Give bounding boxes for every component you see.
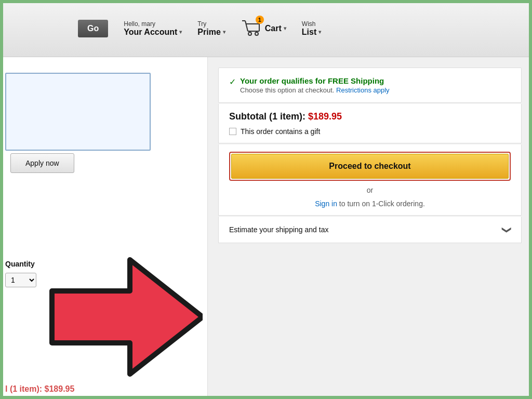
subtotal-label: Subtotal (1 item): xyxy=(229,111,305,122)
gift-label: This order contains a gift xyxy=(241,127,320,136)
svg-point-6 xyxy=(255,32,258,35)
free-shipping-section: ✓ Your order qualifies for FREE Shipping… xyxy=(218,68,522,103)
gift-row: This order contains a gift xyxy=(229,127,511,136)
sign-in-suffix: to turn on 1-Click ordering. xyxy=(339,200,425,208)
header-nav: Hello, mary Your Account ▾ Try Prime ▾ xyxy=(124,18,321,39)
your-account-label: Your Account ▾ xyxy=(124,28,182,37)
cart-arrow: ▾ xyxy=(284,25,286,31)
subtotal-section: Subtotal (1 item): $189.95 This order co… xyxy=(218,104,522,143)
greeting-text: Hello, mary xyxy=(124,20,155,28)
restrictions-link[interactable]: Restrictions apply xyxy=(336,86,390,94)
cart-text: Cart ▾ xyxy=(265,24,286,33)
left-panel: Apply now Quantity 1 2 3 l (1 item): $18… xyxy=(0,57,208,399)
checkout-btn-wrap: Proceed to checkout xyxy=(229,152,511,181)
header: Go Hello, mary Your Account ▾ Try Prime … xyxy=(0,0,532,57)
wish-label: Wish xyxy=(302,20,316,28)
main-content: Apply now Quantity 1 2 3 l (1 item): $18… xyxy=(0,57,532,399)
sign-in-row: Sign in to turn on 1-Click ordering. xyxy=(229,200,511,208)
shipping-estimate-label: Estimate your shipping and tax xyxy=(229,225,328,234)
quantity-label: Quantity xyxy=(5,260,35,268)
try-prime-nav[interactable]: Try Prime ▾ xyxy=(197,20,225,37)
checkout-section: Proceed to checkout or Sign in to turn o… xyxy=(218,144,522,216)
shipping-estimate-section[interactable]: Estimate your shipping and tax ❯ xyxy=(218,217,522,243)
chevron-down-icon: ❯ xyxy=(501,226,513,234)
prime-arrow: ▾ xyxy=(223,29,225,35)
try-label: Try xyxy=(197,20,206,28)
bottom-partial-text: l (1 item): $189.95 xyxy=(5,384,74,394)
checkout-button[interactable]: Proceed to checkout xyxy=(231,154,509,179)
wish-list-nav[interactable]: Wish List ▾ xyxy=(302,20,321,37)
quantity-select[interactable]: 1 2 3 xyxy=(5,273,36,287)
free-shipping-headline: Your order qualifies for FREE Shipping xyxy=(240,76,390,85)
blue-box xyxy=(5,73,151,151)
search-box: Go xyxy=(10,20,108,37)
list-label: List ▾ xyxy=(302,28,321,37)
svg-marker-7 xyxy=(52,260,203,374)
free-shipping-notice: ✓ Your order qualifies for FREE Shipping… xyxy=(229,76,511,94)
svg-point-5 xyxy=(248,32,251,35)
prime-label: Prime ▾ xyxy=(197,28,225,37)
free-shipping-text: Your order qualifies for FREE Shipping C… xyxy=(240,76,390,94)
svg-line-1 xyxy=(245,21,248,31)
big-arrow-icon xyxy=(26,249,203,384)
checkmark-icon: ✓ xyxy=(229,77,236,87)
apply-now-button[interactable]: Apply now xyxy=(10,153,74,173)
arrow-overlay xyxy=(26,249,203,387)
your-account-arrow: ▾ xyxy=(179,29,182,35)
go-button[interactable]: Go xyxy=(78,20,108,37)
cart-label: Cart ▾ xyxy=(265,24,286,33)
sign-in-link[interactable]: Sign in xyxy=(315,200,337,208)
right-panel: ✓ Your order qualifies for FREE Shipping… xyxy=(208,57,532,399)
gift-checkbox[interactable] xyxy=(229,128,236,135)
cart-count-badge: 1 xyxy=(256,16,264,24)
subtotal-row: Subtotal (1 item): $189.95 xyxy=(229,111,511,122)
or-divider: or xyxy=(229,186,511,194)
subtotal-price: $189.95 xyxy=(308,111,342,122)
your-account-nav[interactable]: Hello, mary Your Account ▾ xyxy=(124,20,182,37)
cart-nav[interactable]: 1 Cart ▾ xyxy=(241,18,286,39)
list-arrow: ▾ xyxy=(318,29,321,35)
cart-icon-wrap: 1 xyxy=(241,18,262,39)
free-shipping-sub: Choose this option at checkout. Restrict… xyxy=(240,86,390,94)
